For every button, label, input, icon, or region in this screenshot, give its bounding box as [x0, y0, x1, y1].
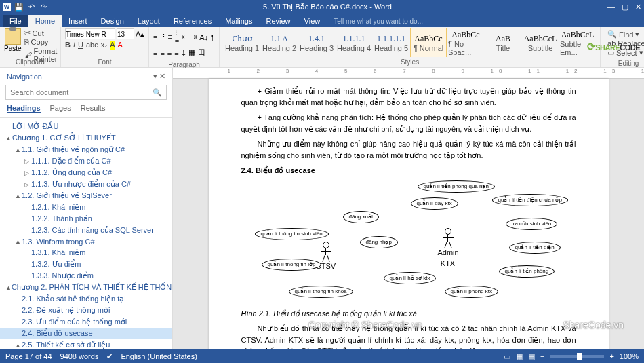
maximize-icon[interactable]: ▢ [622, 3, 628, 12]
nav-item[interactable]: ▷ 1.1.3. Ưu nhược điểm của C# [0, 178, 172, 190]
align-center-icon[interactable]: ≡ [160, 49, 164, 57]
font-name-input[interactable] [65, 28, 115, 39]
redo-icon[interactable]: ↷ [39, 3, 47, 11]
style-heading4[interactable]: 1.1.1.1Heading 4 [336, 28, 372, 57]
italic-button[interactable]: I [73, 41, 75, 50]
read-mode-icon[interactable]: ▭ [504, 352, 510, 361]
nav-item[interactable]: ▷ 1.1.2. Ứng dụng của C# [0, 167, 172, 178]
nav-item[interactable]: ▲ 1.3. Winform trong C# [0, 236, 172, 247]
zoom-level[interactable]: 100% [620, 352, 639, 360]
borders-icon[interactable]: 田 [198, 47, 205, 58]
tab-insert[interactable]: Insert [62, 15, 94, 27]
strike-button[interactable]: abc [86, 41, 98, 50]
nav-tab-headings[interactable]: Headings [7, 104, 41, 113]
grow-font-icon[interactable]: A▴ [136, 30, 144, 39]
style-heading2[interactable]: 1.1 AHeading 2 [261, 28, 298, 57]
undo-icon[interactable]: ↶ [27, 3, 35, 11]
zoom-in-icon[interactable]: + [609, 352, 613, 360]
spellcheck-icon[interactable]: ✔ [106, 352, 113, 361]
style-heading1[interactable]: ChươHeading 1 [224, 28, 260, 57]
style-title[interactable]: AaBTitle [485, 28, 521, 57]
ruler[interactable]: · 1 · 2 · 3 · 4 · 5 · 6 · 7 · 8 · 9 · 10… [173, 68, 644, 79]
tab-mailings[interactable]: Mailings [218, 15, 259, 27]
nav-item[interactable]: 1.2.1. Khái niệm [0, 202, 172, 213]
paragraph-text[interactable]: + Giảm thiểu rủi ro mất mát thông tin: V… [241, 85, 576, 108]
style-normal[interactable]: AaBbCc¶ Normal [410, 28, 447, 57]
nav-item[interactable]: 1.2.2. Thành phần [0, 213, 172, 225]
tab-view[interactable]: View [298, 15, 327, 27]
page-indicator[interactable]: Page 17 of 44 [5, 352, 52, 360]
tab-tellmewhatyouwanttodo[interactable]: Tell me what you want to do... [327, 16, 430, 27]
language-indicator[interactable]: English (United States) [121, 352, 197, 360]
nav-item[interactable]: 1.2.3. Các tính năng của SQL Server [0, 225, 172, 236]
style-nospac[interactable]: AaBbCc¶ No Spac... [447, 28, 484, 57]
tab-design[interactable]: Design [94, 15, 131, 27]
style-heading5[interactable]: 1.1.1.1.1Heading 5 [373, 28, 409, 57]
font-color-button[interactable]: A [118, 41, 123, 50]
minimize-icon[interactable]: — [607, 3, 615, 12]
copy-button[interactable]: ⎘ Copy [24, 38, 58, 46]
align-right-icon[interactable]: ≡ [167, 49, 172, 57]
nav-item[interactable]: LỜI MỞ ĐẦU [0, 121, 172, 132]
shading-icon[interactable]: ▦ [188, 48, 195, 57]
document-area[interactable]: · 1 · 2 · 3 · 4 · 5 · 6 · 7 · 8 · 9 · 10… [173, 68, 644, 349]
search-icon[interactable]: 🔍 [153, 88, 162, 97]
subscript-button[interactable]: x₂ [101, 41, 108, 50]
nav-item[interactable]: 1.3.2. Ưu điểm [0, 259, 172, 270]
sort-icon[interactable]: A↓ [199, 33, 208, 41]
nav-search[interactable]: 🔍 [5, 85, 167, 100]
justify-icon[interactable]: ≡ [174, 49, 178, 57]
line-spacing-icon[interactable]: ‡ [182, 49, 186, 57]
nav-item[interactable]: 2.4. Biểu đồ usecase [0, 328, 172, 339]
highlight-button[interactable]: A [110, 41, 115, 50]
figure-caption[interactable]: Hình 2.1. Biểu đồ usecase hệ thống quản … [241, 308, 576, 320]
paragraph-text[interactable]: Những ưu điểm này không chỉ giúp nâng ca… [241, 138, 576, 161]
nav-item[interactable]: 1.3.3. Nhược điểm [0, 270, 172, 282]
tab-references[interactable]: References [167, 15, 218, 27]
tab-layout[interactable]: Layout [131, 15, 167, 27]
close-icon[interactable]: ✕ [635, 3, 641, 12]
find-button[interactable]: 🔍 Find ▾ [607, 30, 644, 39]
zoom-slider[interactable] [550, 355, 604, 358]
bullets-icon[interactable]: ≡ [153, 33, 157, 41]
nav-item[interactable]: 2.1. Khảo sát hệ thống hiện tại [0, 293, 172, 305]
show-marks-icon[interactable]: ¶ [211, 33, 215, 41]
multilevel-icon[interactable]: ⁝≡ [175, 28, 179, 45]
replace-button[interactable]: ab Replace [607, 39, 644, 47]
tab-review[interactable]: Review [260, 15, 298, 27]
paste-button[interactable]: Paste [4, 28, 22, 57]
style-subtleem[interactable]: AaBbCcLSubtle Em... [559, 28, 596, 57]
nav-item[interactable]: ▷ 1.1.1. Đặc điểm của C# [0, 155, 172, 167]
print-layout-icon[interactable]: ▦ [516, 352, 523, 361]
heading-usecase[interactable]: 2.4. Biểu đồ usecase [241, 165, 576, 176]
indent-right-icon[interactable]: ⇥ [190, 33, 197, 41]
save-icon[interactable]: 💾 [15, 3, 23, 11]
page[interactable]: + Giảm thiểu rủi ro mất mát thông tin: V… [209, 79, 609, 349]
nav-item[interactable]: ▲ 2.5. Thiết kế cơ sở dữ liệu [0, 339, 172, 349]
nav-tab-results[interactable]: Results [81, 104, 106, 113]
nav-item[interactable]: 2.2. Đề xuất hệ thống mới [0, 305, 172, 316]
style-subtitle[interactable]: AaBbCcLSubtitle [522, 28, 559, 57]
cut-button[interactable]: ✂ Cut [24, 28, 58, 37]
paragraph-text[interactable]: + Tăng cường khả năng phân tích: Hệ thốn… [241, 112, 576, 134]
nav-item[interactable]: ▲ 1.2. Giới thiệu về SqlSever [0, 190, 172, 202]
numbering-icon[interactable]: ⋮≡ [160, 33, 172, 41]
word-count[interactable]: 9408 words [60, 352, 99, 360]
select-button[interactable]: ▭ Select ▾ [607, 48, 644, 57]
zoom-out-icon[interactable]: − [540, 352, 544, 360]
font-size-input[interactable] [117, 28, 134, 39]
nav-item[interactable]: 1.3.1. Khái niệm [0, 247, 172, 259]
nav-item[interactable]: ▲ 1.1. Giới thiệu về ngôn ngữ C# [0, 144, 172, 155]
bold-button[interactable]: B [65, 41, 71, 50]
web-layout-icon[interactable]: ▤ [528, 352, 535, 361]
tab-home[interactable]: Home [28, 15, 62, 27]
indent-left-icon[interactable]: ⇤ [182, 33, 188, 41]
nav-item[interactable]: ▲ Chương 2. PHÂN TÍCH VÀ THIẾT KẾ HỆ THỐ… [0, 282, 172, 293]
nav-tab-pages[interactable]: Pages [50, 104, 71, 113]
align-left-icon[interactable]: ≡ [153, 49, 157, 57]
tab-file[interactable]: File [3, 15, 28, 27]
nav-search-input[interactable] [10, 88, 153, 96]
nav-item[interactable]: 2.3. Ưu điểm của hệ thống mới [0, 316, 172, 328]
nav-item[interactable]: ▲ Chương 1. CƠ SỞ LÍ THUYẾT [0, 132, 172, 144]
underline-button[interactable]: U [78, 41, 83, 50]
